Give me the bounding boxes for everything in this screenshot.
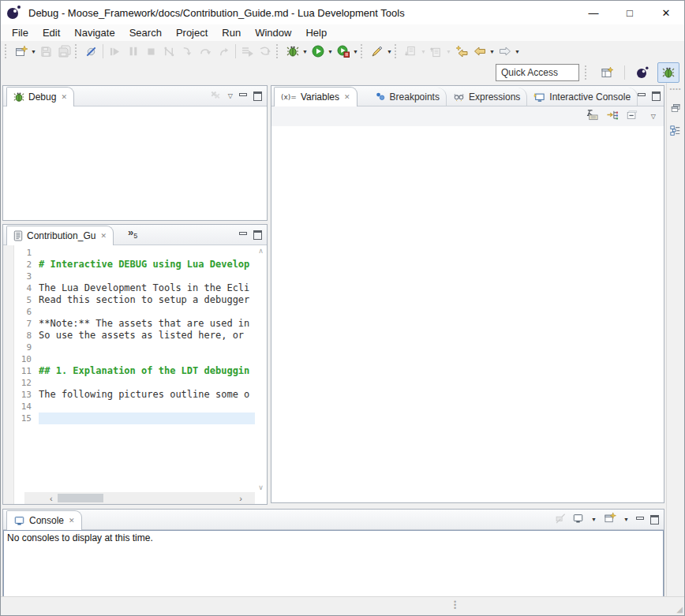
open-perspective-button[interactable] <box>596 62 618 83</box>
new-wizard-dropdown[interactable]: ▼ <box>30 43 37 60</box>
tab-variables[interactable]: (x)= Variables ✕ <box>274 87 357 106</box>
open-console-button[interactable] <box>604 512 616 527</box>
tab-interactive-console[interactable]: Interactive Console <box>527 88 638 106</box>
menu-run[interactable]: Run <box>215 25 248 40</box>
scroll-left-icon[interactable]: ‹ <box>50 494 53 503</box>
editor-line: 1 <box>14 247 255 259</box>
scroll-right-icon[interactable]: › <box>239 494 242 503</box>
menu-navigate[interactable]: Navigate <box>67 25 122 40</box>
show-logical-structures-button[interactable] <box>606 109 619 124</box>
collapse-all-icon <box>626 110 638 121</box>
restore-view-button[interactable] <box>671 102 681 116</box>
debug-dropdown[interactable]: ▼ <box>301 43 309 60</box>
save-icon <box>40 46 52 58</box>
maximize-view-icon[interactable] <box>650 515 659 525</box>
menu-file[interactable]: File <box>5 25 36 40</box>
new-wizard-button[interactable] <box>12 43 30 60</box>
editor-text-area[interactable]: 1 2# Interactive DEBUG using Lua Develop… <box>14 245 255 424</box>
external-tools-button[interactable] <box>334 43 352 60</box>
toolbar-separator <box>624 65 625 80</box>
close-window-button[interactable]: ✕ <box>648 1 684 24</box>
status-drag-handle[interactable]: ••• <box>454 600 456 610</box>
run-dropdown[interactable]: ▼ <box>327 43 334 60</box>
tab-expressions[interactable]: Expressions <box>447 88 527 106</box>
console-panel: Console ✕ ▼ ▼ No consoles to displ <box>2 509 664 599</box>
close-icon[interactable]: ✕ <box>100 232 107 240</box>
back-button[interactable] <box>470 43 488 60</box>
maximize-view-icon[interactable] <box>253 230 262 240</box>
close-icon[interactable]: ✕ <box>69 517 75 525</box>
menu-window[interactable]: Window <box>248 25 298 40</box>
tab-debug[interactable]: Debug ✕ <box>6 87 74 106</box>
maximize-view-icon[interactable] <box>253 91 262 101</box>
disconnect-icon <box>163 46 175 58</box>
console-content[interactable]: No consoles to display at this time. <box>3 530 664 598</box>
console-message: No consoles to display at this time. <box>4 531 663 545</box>
editor-panel: Contribution_Gu ✕ »5 1 2# Interactive DE… <box>2 224 268 505</box>
scroll-up-icon[interactable]: ∧ <box>258 247 264 255</box>
editor-line: 14 <box>14 401 255 413</box>
tab-contribution-guide[interactable]: Contribution_Gu ✕ <box>6 226 114 245</box>
pin-console-icon <box>554 513 566 524</box>
editor-window-icons <box>239 230 267 240</box>
launch-tool-dropdown[interactable]: ▼ <box>386 43 393 60</box>
view-menu-icon[interactable]: ▽ <box>651 114 656 120</box>
previous-annotation-dropdown: ▼ <box>445 43 452 60</box>
minimize-view-icon[interactable] <box>638 92 646 99</box>
toolbar-drag-handle <box>361 44 365 58</box>
tab-contribution-guide-label: Contribution_Gu <box>27 230 95 241</box>
open-perspective-icon <box>601 66 614 79</box>
debug-perspective-button[interactable] <box>657 62 679 83</box>
tab-console[interactable]: Console ✕ <box>6 510 82 530</box>
last-edit-location-button[interactable] <box>452 43 470 60</box>
breakpoints-icon <box>375 91 386 102</box>
horizontal-scroll-thumb[interactable] <box>58 494 103 502</box>
outline-view-button[interactable] <box>670 125 681 140</box>
display-selected-console-button[interactable] <box>572 513 584 527</box>
editor-line: 11## 1. Explanation of the LDT debuggin <box>14 365 255 377</box>
debug-view-panel: Debug ✕ ▽ <box>2 85 268 221</box>
back-arrow-icon <box>474 45 486 58</box>
maximize-window-button[interactable]: □ <box>612 1 648 24</box>
close-icon[interactable]: ✕ <box>61 93 67 101</box>
minimize-view-icon[interactable] <box>239 231 247 238</box>
lua-perspective-button[interactable] <box>631 62 653 83</box>
menu-help[interactable]: Help <box>298 25 334 40</box>
menu-edit[interactable]: Edit <box>36 25 67 40</box>
close-icon[interactable]: ✕ <box>344 93 350 101</box>
display-console-dropdown[interactable]: ▼ <box>590 511 597 528</box>
console-header: Console ✕ ▼ ▼ <box>3 510 664 530</box>
external-tools-dropdown[interactable]: ▼ <box>352 43 359 60</box>
maximize-view-icon[interactable] <box>652 91 661 101</box>
view-menu-icon[interactable]: ▽ <box>228 93 233 99</box>
horizontal-scrollbar[interactable]: ‹ › <box>24 492 255 504</box>
launch-tool-button[interactable] <box>368 43 386 60</box>
open-console-dropdown[interactable]: ▼ <box>623 511 630 528</box>
run-button[interactable] <box>309 43 327 60</box>
minimize-window-button[interactable]: — <box>575 1 612 24</box>
back-dropdown[interactable]: ▼ <box>488 43 496 60</box>
debug-button[interactable] <box>283 43 301 60</box>
collapse-all-button[interactable] <box>626 110 638 124</box>
menu-project[interactable]: Project <box>169 25 215 40</box>
minimize-view-icon[interactable] <box>636 516 644 523</box>
restore-view-icon <box>671 103 681 113</box>
menu-search[interactable]: Search <box>122 25 169 40</box>
tab-breakpoints[interactable]: Breakpoints <box>369 88 447 106</box>
minimize-view-icon[interactable] <box>239 92 247 99</box>
forward-dropdown[interactable]: ▼ <box>514 43 521 60</box>
scroll-down-icon[interactable]: ∨ <box>258 483 264 491</box>
editor-line: 9 <box>14 342 255 353</box>
editor-line: 8So use the assets as listed here, or <box>14 330 255 342</box>
editor-body[interactable]: 1 2# Interactive DEBUG using Lua Develop… <box>3 245 267 504</box>
quick-access-input[interactable] <box>496 64 579 81</box>
rail-drag-handle[interactable]: •••• <box>669 85 681 92</box>
variables-view-toolbar: ▽ <box>271 106 664 127</box>
forward-button[interactable] <box>496 43 514 60</box>
variables-icon: (x)= <box>281 93 297 101</box>
skip-all-breakpoints-button[interactable] <box>82 43 100 60</box>
show-type-names-button[interactable] <box>586 109 599 124</box>
hidden-editors-chevron[interactable]: »5 <box>128 226 137 238</box>
vertical-scrollbar[interactable]: ∧ ∨ <box>255 245 267 504</box>
window-resize-grip[interactable]: ◢ <box>676 605 683 614</box>
